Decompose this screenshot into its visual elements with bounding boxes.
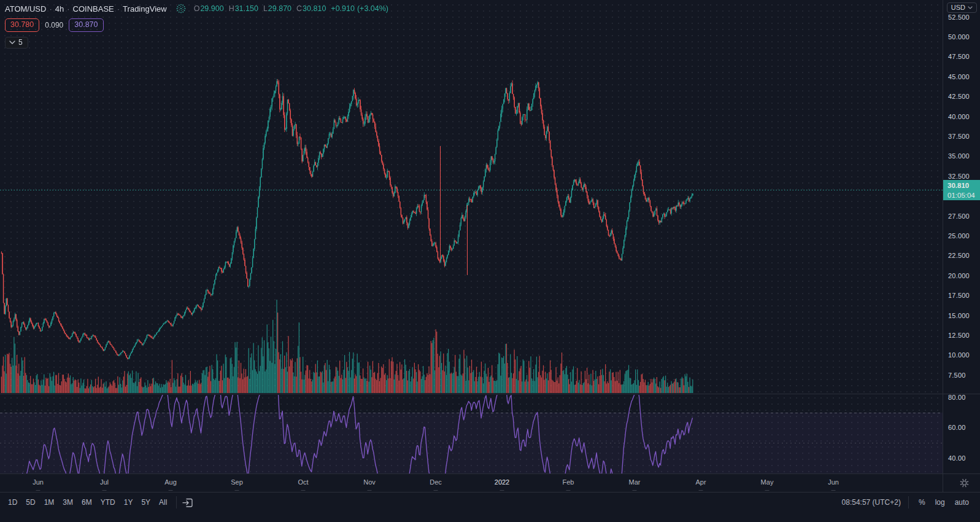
time-axis-tick: [831, 490, 836, 491]
price-axis-label: 40.000: [948, 113, 970, 120]
price-axis-label: 12.500: [948, 332, 970, 339]
chart-legend: ATOM/USD · 4h · COINBASE · TradingView O…: [5, 3, 388, 49]
bid-button[interactable]: 30.780: [5, 18, 39, 32]
price-axis-label: 7.500: [948, 372, 966, 379]
go-to-date-calendar-icon[interactable]: [182, 496, 194, 508]
separator: ·: [67, 4, 69, 14]
price-axis-label: 42.500: [948, 93, 970, 100]
price-axis-label: 37.500: [948, 133, 970, 140]
time-axis-tick: [169, 490, 173, 491]
range-button-1y[interactable]: 1Y: [120, 496, 137, 508]
range-button-all[interactable]: All: [155, 496, 171, 508]
range-button-ytd[interactable]: YTD: [96, 496, 120, 508]
time-axis-tick: [633, 490, 637, 491]
price-axis-label: 25.000: [948, 232, 970, 240]
time-axis-tick: [434, 490, 438, 491]
price-axis[interactable]: USD 52.50050.00047.50045.00042.50040.000…: [943, 0, 980, 473]
range-button-5d[interactable]: 5D: [21, 496, 39, 508]
range-button-1m[interactable]: 1M: [40, 496, 59, 508]
range-button-6m[interactable]: 6M: [77, 496, 96, 508]
indicator-count: 5: [18, 38, 23, 47]
price-axis-label: 10.000: [948, 351, 970, 359]
close-value: 30.810: [303, 4, 326, 13]
time-axis-label-nov: Nov: [363, 478, 376, 486]
rsi-axis-label: 80.00: [948, 394, 966, 401]
spread-value: 0.090: [45, 21, 63, 29]
rsi-axis-label: 60.00: [948, 424, 966, 431]
price-axis-label: 45.000: [948, 73, 970, 80]
time-axis-label-apr: Apr: [695, 478, 706, 486]
bar-countdown: 01:05:04: [947, 190, 980, 200]
time-axis-label-2022: 2022: [495, 478, 509, 486]
price-axis-label: 27.500: [948, 212, 970, 220]
low-value: 29.870: [268, 4, 291, 13]
separator: ·: [49, 4, 52, 14]
symbol-title[interactable]: ATOM/USD: [5, 4, 46, 14]
percent-scale-button[interactable]: %: [914, 496, 930, 508]
range-button-3m[interactable]: 3M: [58, 496, 77, 508]
platform-label: TradingView: [123, 4, 167, 14]
time-axis-tick: [235, 490, 239, 491]
ohlc-readout: O29.900 H31.150 L29.870 C30.810 +0.910 (…: [194, 4, 388, 13]
price-axis-label: 22.500: [948, 252, 970, 259]
time-axis-tick: [566, 490, 571, 491]
time-axis-label-sep: Sep: [231, 478, 243, 486]
time-axis-tick: [36, 490, 41, 491]
high-value: 31.150: [235, 4, 258, 13]
indicator-legend-toggle[interactable]: 5: [5, 37, 28, 49]
time-axis-tick: [102, 490, 107, 491]
axis-corner-divider: [943, 474, 943, 493]
time-axis-label-aug: Aug: [164, 478, 177, 486]
tradingview-window: ATOM/USD · 4h · COINBASE · TradingView O…: [0, 0, 980, 522]
price-axis-label: 32.500: [948, 173, 970, 180]
pane-divider[interactable]: [0, 394, 980, 394]
time-axis-label-oct: Oct: [298, 478, 308, 486]
ask-button[interactable]: 30.870: [69, 18, 103, 32]
cosmos-atom-logo-icon: [176, 3, 187, 14]
current-price-tag: 30.810 01:05:04: [943, 180, 980, 200]
chart-region: ATOM/USD · 4h · COINBASE · TradingView O…: [0, 0, 980, 473]
chevron-down-icon: [9, 41, 15, 44]
gear-icon[interactable]: [959, 478, 970, 491]
time-axis-label-jun: Jun: [828, 478, 839, 486]
time-axis[interactable]: JunJulAugSepOctNovDec2022FebMarAprMayJun: [0, 473, 980, 492]
interval-label[interactable]: 4h: [55, 4, 64, 14]
range-button-5y[interactable]: 5Y: [137, 496, 155, 508]
change-value: +0.910: [331, 4, 355, 13]
chevron-down-icon: [968, 6, 973, 9]
close-label: C: [296, 4, 302, 13]
time-axis-label-jul: Jul: [100, 478, 109, 486]
open-label: O: [194, 4, 200, 13]
toolbar-divider: [176, 496, 177, 508]
time-axis-label-dec: Dec: [430, 478, 442, 486]
currency-unit-button[interactable]: USD: [947, 2, 977, 13]
price-axis-label: 17.500: [948, 292, 970, 299]
time-axis-label-may: May: [761, 478, 774, 486]
open-value: 29.900: [200, 4, 223, 13]
price-axis-label: 47.500: [948, 53, 970, 60]
price-axis-label: 52.500: [948, 14, 970, 21]
time-axis-label-jun: Jun: [33, 478, 44, 486]
time-axis-tick: [301, 490, 306, 491]
rsi-axis-label: 40.00: [948, 454, 966, 462]
high-label: H: [229, 4, 234, 13]
separator: ·: [117, 4, 120, 14]
time-axis-tick: [765, 490, 770, 491]
price-chart-canvas[interactable]: [0, 0, 943, 473]
price-axis-label: 20.000: [948, 272, 970, 279]
price-axis-label: 35.000: [948, 152, 970, 160]
log-scale-button[interactable]: log: [930, 496, 950, 508]
time-axis-tick: [500, 490, 504, 491]
clock-utc-label[interactable]: 08:54:57 (UTC+2): [842, 498, 901, 507]
range-button-1d[interactable]: 1D: [4, 496, 21, 508]
current-price-value: 30.810: [947, 181, 980, 190]
time-axis-label-mar: Mar: [629, 478, 641, 486]
price-axis-label: 15.000: [948, 312, 970, 319]
auto-scale-button[interactable]: auto: [950, 496, 974, 508]
low-label: L: [263, 4, 268, 13]
toolbar-divider: [908, 496, 909, 508]
exchange-label: COINBASE: [73, 4, 114, 14]
time-axis-tick: [368, 490, 372, 491]
time-axis-label-feb: Feb: [563, 478, 574, 486]
price-axis-label: 50.000: [948, 33, 970, 41]
